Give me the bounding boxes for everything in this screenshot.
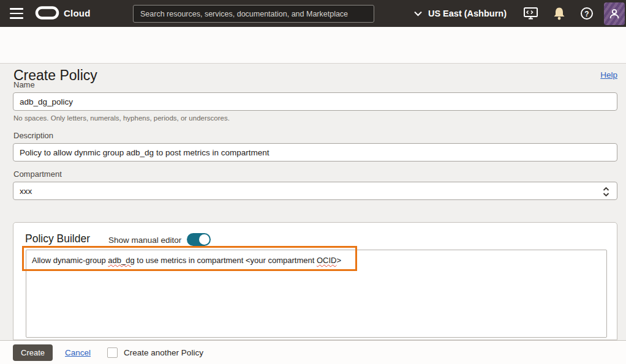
description-input[interactable] [13,143,617,162]
notifications-bell-icon[interactable] [552,7,566,21]
toggle-knob [199,234,209,245]
name-label: Name [13,80,35,89]
compartment-select[interactable]: xxx [13,182,617,200]
manual-editor-toggle[interactable] [187,233,211,246]
svg-text:?: ? [584,10,589,18]
name-helper-text: No spaces. Only letters, numerals, hyphe… [13,114,230,122]
cancel-link[interactable]: Cancel [65,348,91,357]
region-selector[interactable]: US East (Ashburn) [428,9,507,18]
policy-statement-editor[interactable]: Allow dynamic-group adb_dg to use metric… [26,250,607,338]
create-another-label: Create another Policy [124,348,203,357]
help-link[interactable]: Help [600,70,617,80]
statement-text: to use metrics in compartment <your comp… [135,256,317,265]
statement-text-misspelled: OCID [317,256,337,265]
top-navigation-bar: Cloud US East (Ashburn) ? [0,0,626,27]
footer-action-bar: Create Cancel Create another Policy [0,340,626,364]
logo-text: Cloud [64,8,91,18]
compartment-selected-value: xxx [20,187,32,196]
policy-builder-panel: Policy Builder Show manual editor Allow … [13,222,617,340]
select-stepper-icon [602,187,610,199]
policy-builder-title: Policy Builder [25,232,90,245]
create-button[interactable]: Create [13,344,53,361]
oracle-logo-icon [35,6,59,20]
compartment-label: Compartment [13,169,62,179]
page-title-bar: Create Policy Help [0,27,626,64]
user-avatar[interactable] [604,2,625,25]
person-icon [609,8,620,20]
statement-text-misspelled: adb_dg [108,256,134,265]
hamburger-menu-icon[interactable] [10,8,23,19]
name-input[interactable] [13,92,617,111]
search-input[interactable] [133,5,374,23]
statement-text: > [336,256,341,265]
manual-editor-toggle-label: Show manual editor [108,236,181,245]
help-question-icon[interactable]: ? [580,7,594,20]
statement-text: Allow dynamic-group [32,256,108,265]
cloud-shell-icon[interactable] [523,7,538,20]
region-chevron-down-icon[interactable] [413,10,423,17]
oracle-cloud-logo[interactable]: Cloud [35,6,91,20]
description-label: Description [13,131,53,140]
create-another-checkbox[interactable] [107,347,118,358]
